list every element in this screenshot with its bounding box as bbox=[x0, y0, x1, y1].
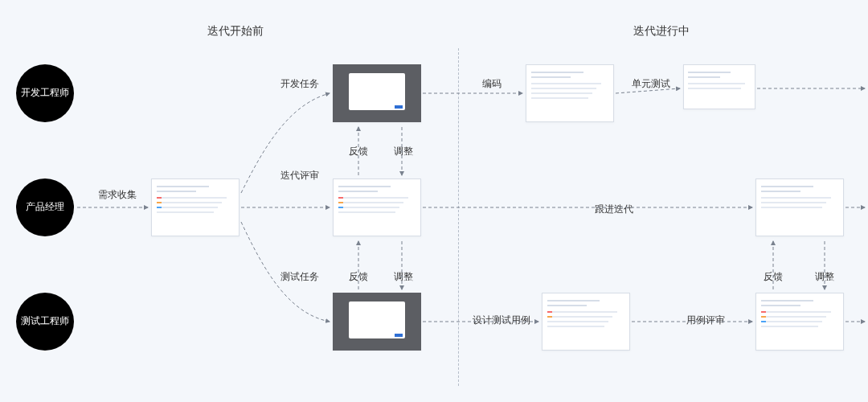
thumb-design-case bbox=[542, 293, 630, 351]
label-dev-task: 开发任务 bbox=[280, 77, 319, 91]
thumb-dev-task bbox=[333, 64, 421, 122]
thumb-unit-test bbox=[683, 64, 755, 109]
label-qa-task: 测试任务 bbox=[280, 270, 319, 284]
label-adjust-pmqa: 调整 bbox=[815, 270, 834, 284]
label-unit-test: 单元测试 bbox=[632, 77, 670, 91]
role-dev: 开发工程师 bbox=[16, 64, 74, 122]
thumb-iter-review bbox=[333, 178, 421, 236]
thumb-coding bbox=[526, 64, 614, 122]
phase-header-during: 迭代进行中 bbox=[633, 24, 690, 39]
label-coding: 编码 bbox=[482, 77, 502, 91]
thumb-req-collect bbox=[151, 178, 240, 236]
label-design-case: 设计测试用例 bbox=[473, 314, 530, 327]
label-feedback-pmqa: 反馈 bbox=[764, 270, 783, 284]
phase-divider bbox=[458, 48, 459, 386]
label-req-collect: 需求收集 bbox=[98, 188, 137, 202]
label-feedback-dev: 反馈 bbox=[349, 145, 368, 158]
role-pm: 产品经理 bbox=[16, 178, 74, 236]
thumb-case-review bbox=[755, 293, 844, 351]
label-feedback-qa: 反馈 bbox=[349, 270, 368, 284]
thumb-follow-iter bbox=[755, 178, 844, 236]
label-follow-iter: 跟进迭代 bbox=[595, 203, 633, 216]
thumb-qa-task bbox=[333, 293, 421, 351]
label-adjust-dev: 调整 bbox=[394, 145, 413, 158]
role-qa: 测试工程师 bbox=[16, 293, 74, 351]
label-case-review: 用例评审 bbox=[686, 314, 725, 327]
label-iter-review: 迭代评审 bbox=[280, 169, 319, 183]
phase-header-before: 迭代开始前 bbox=[207, 24, 264, 39]
label-adjust-qa: 调整 bbox=[394, 270, 413, 284]
